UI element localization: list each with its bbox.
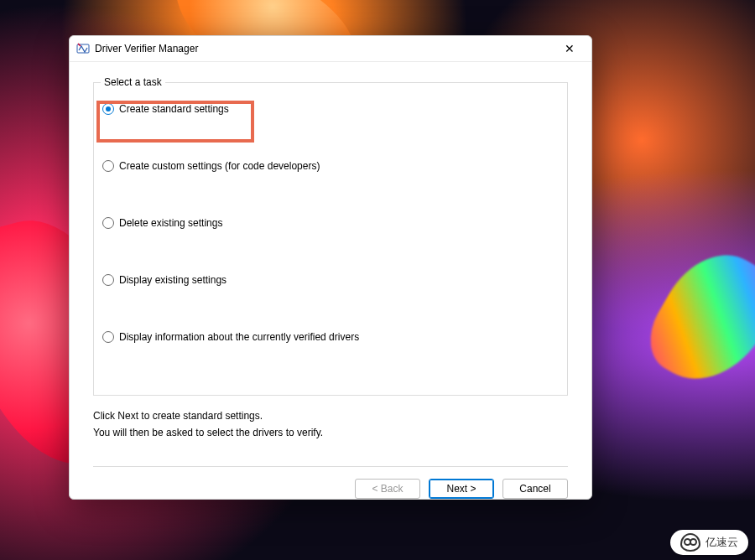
dialog-content: Select a task Create standard settings C…	[70, 62, 591, 466]
radio-delete-existing-label: Delete existing settings	[119, 217, 222, 229]
driver-verifier-dialog: Driver Verifier Manager ✕ Select a task …	[69, 35, 592, 500]
cancel-button[interactable]: Cancel	[502, 479, 568, 499]
radio-display-existing-label: Display existing settings	[119, 274, 226, 286]
radio-delete-existing[interactable]: Delete existing settings	[94, 215, 567, 231]
next-button[interactable]: Next >	[429, 479, 494, 499]
watermark-icon	[680, 533, 700, 552]
close-button[interactable]: ✕	[551, 37, 588, 60]
app-icon	[76, 42, 90, 55]
radio-delete-existing-input[interactable]	[102, 217, 114, 229]
watermark-text: 亿速云	[706, 535, 738, 550]
dialog-footer: < Back Next > Cancel	[93, 466, 568, 499]
info-line1: Click Next to create standard settings.	[93, 407, 568, 424]
radio-create-custom-label: Create custom settings (for code develop…	[119, 160, 320, 172]
window-title: Driver Verifier Manager	[95, 43, 198, 54]
info-line2: You will then be asked to select the dri…	[93, 424, 568, 441]
radio-display-existing[interactable]: Display existing settings	[94, 272, 567, 288]
radio-create-standard[interactable]: Create standard settings	[94, 101, 567, 117]
radio-display-info[interactable]: Display information about the currently …	[94, 329, 567, 345]
task-fieldset: Select a task Create standard settings C…	[93, 82, 568, 396]
radio-display-info-input[interactable]	[102, 331, 114, 343]
info-text: Click Next to create standard settings. …	[93, 407, 568, 441]
back-button[interactable]: < Back	[355, 479, 420, 499]
radio-create-standard-label: Create standard settings	[119, 103, 229, 115]
task-legend: Select a task	[101, 76, 165, 88]
radio-create-custom-input[interactable]	[102, 160, 114, 172]
titlebar: Driver Verifier Manager ✕	[70, 36, 591, 62]
close-icon: ✕	[565, 43, 575, 54]
watermark: 亿速云	[670, 530, 748, 555]
bg-blob-rainbow	[636, 236, 755, 402]
radio-display-existing-input[interactable]	[102, 274, 114, 286]
radio-create-custom[interactable]: Create custom settings (for code develop…	[94, 158, 567, 174]
radio-create-standard-input[interactable]	[102, 103, 114, 115]
radio-display-info-label: Display information about the currently …	[119, 331, 359, 343]
